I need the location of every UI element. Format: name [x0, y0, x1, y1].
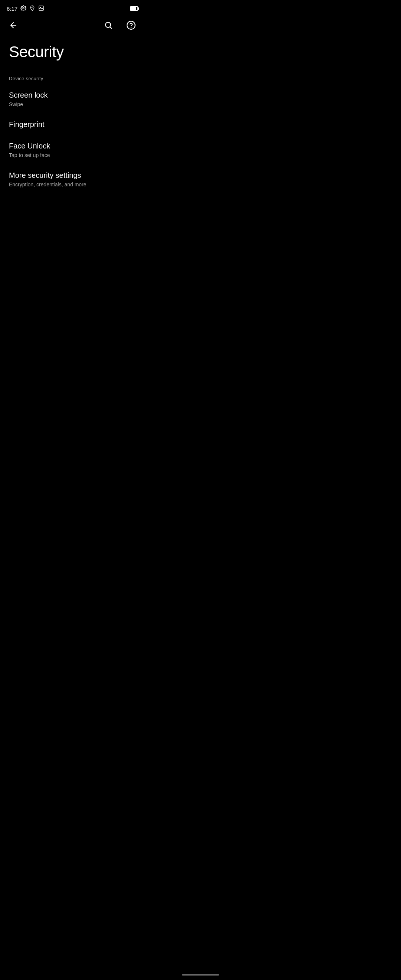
help-button[interactable] — [123, 18, 139, 33]
status-time: 6:17 — [7, 6, 18, 12]
status-right — [130, 6, 138, 11]
screen-lock-title: Screen lock — [9, 90, 136, 100]
image-status-icon — [38, 5, 44, 12]
svg-point-1 — [32, 7, 33, 8]
svg-point-3 — [40, 7, 41, 8]
battery-icon — [130, 6, 138, 11]
screen-lock-item[interactable]: Screen lock Swipe — [0, 84, 145, 114]
search-button[interactable] — [101, 18, 116, 33]
page-title: Security — [9, 43, 136, 61]
toolbar — [0, 15, 145, 36]
settings-list: Device security Screen lock Swipe Finger… — [0, 67, 145, 194]
location-status-icon — [29, 5, 35, 12]
back-button[interactable] — [6, 18, 21, 33]
search-icon — [104, 21, 113, 30]
section-label-device-security: Device security — [0, 67, 145, 84]
page-title-section: Security — [0, 36, 145, 67]
status-left: 6:17 — [7, 5, 44, 12]
face-unlock-subtitle: Tap to set up face — [9, 152, 136, 159]
svg-point-6 — [131, 27, 131, 27]
fingerprint-item[interactable]: Fingerprint — [0, 114, 145, 135]
more-security-item[interactable]: More security settings Encryption, crede… — [0, 164, 145, 194]
toolbar-left — [6, 18, 21, 33]
svg-point-0 — [23, 8, 24, 9]
settings-status-icon — [21, 5, 26, 12]
back-icon — [9, 21, 18, 30]
face-unlock-item[interactable]: Face Unlock Tap to set up face — [0, 135, 145, 164]
screen-lock-subtitle: Swipe — [9, 101, 136, 108]
toolbar-right — [101, 18, 139, 33]
more-security-subtitle: Encryption, credentials, and more — [9, 181, 136, 188]
more-security-title: More security settings — [9, 170, 136, 180]
fingerprint-title: Fingerprint — [9, 119, 136, 129]
status-bar: 6:17 — [0, 0, 145, 15]
face-unlock-title: Face Unlock — [9, 141, 136, 151]
help-icon — [126, 21, 136, 30]
